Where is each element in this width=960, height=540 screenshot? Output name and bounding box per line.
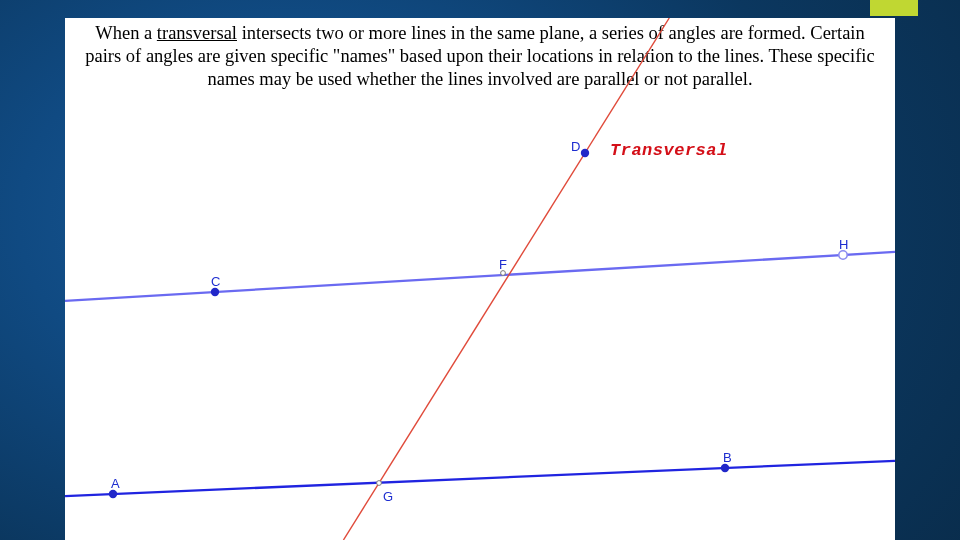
geometry-diagram: [65, 18, 895, 540]
label-H: H: [839, 237, 848, 252]
content-panel: When a transversal intersects two or mor…: [65, 18, 895, 540]
point-H: [839, 251, 847, 259]
point-B: [721, 464, 729, 472]
line-DG-transversal: [343, 18, 669, 540]
accent-tab: [870, 0, 918, 16]
label-B: B: [723, 450, 732, 465]
label-C: C: [211, 274, 220, 289]
line-CH: [65, 252, 895, 301]
point-G: [377, 481, 382, 486]
label-F: F: [499, 257, 507, 272]
point-C: [211, 288, 219, 296]
label-D: D: [571, 139, 580, 154]
label-G: G: [383, 489, 393, 504]
point-D: [581, 149, 589, 157]
line-AB: [65, 461, 895, 496]
label-A: A: [111, 476, 120, 491]
label-transversal: Transversal: [610, 141, 728, 160]
point-A: [109, 490, 117, 498]
